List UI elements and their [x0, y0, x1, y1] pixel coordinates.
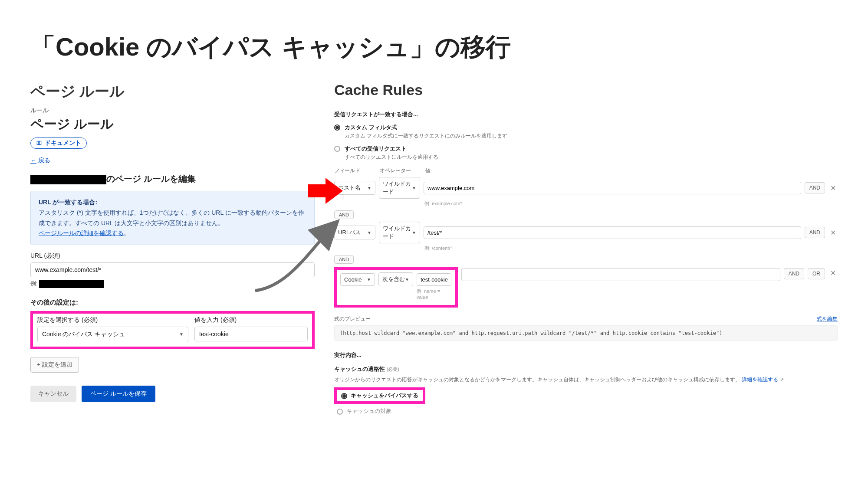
external-link-icon: ↗ [780, 377, 784, 382]
value-input-label: 値を入力 (必須) [194, 316, 308, 324]
or-button-row3[interactable]: OR [808, 268, 825, 279]
migration-arrow-icon [308, 178, 343, 204]
right-column-heading: Cache Rules [334, 82, 838, 98]
filter-header-row: フィールド オペレーター 値 [334, 167, 838, 174]
remove-row-1[interactable]: ✕ [829, 184, 838, 192]
cache-eligible-label: キャッシュの対象 [346, 407, 391, 415]
radio-cache-eligible[interactable]: キャッシュの対象 [337, 407, 838, 415]
cookie-row-highlight: Cookie▼ 次を含む▼ 例: name = value [334, 267, 458, 308]
value-input[interactable] [194, 327, 308, 341]
after-settings-heading: その後の設定は: [30, 298, 315, 307]
book-icon [36, 140, 42, 146]
radio-all-requests[interactable]: すべての受信リクエスト すべてのリクエストにルールを適用する [334, 145, 838, 161]
svg-marker-0 [308, 178, 343, 204]
value-input-cookie[interactable] [417, 273, 451, 286]
info-title: URL が一致する場合: [39, 197, 306, 208]
expression-code: (http.host wildcard "www.example.com" an… [334, 325, 838, 341]
operator-select-contains[interactable]: 次を含む▼ [378, 272, 413, 286]
redacted-example [39, 280, 104, 288]
chevron-down-icon: ▼ [179, 332, 184, 337]
cache-eligibility-heading: キャッシュの適格性 (必要) [334, 365, 838, 373]
filter-row-uri: URI パス▼ ワイルドカード▼ AND ✕ [334, 222, 838, 243]
arrow-left-icon: ← [30, 157, 36, 164]
and-button-row2[interactable]: AND [805, 227, 825, 238]
select-setting-dropdown[interactable]: Cookie のバイパス キャッシュ ▼ [37, 327, 188, 342]
page-rules-title: ページ ルール [30, 115, 315, 133]
breadcrumb-rules: ルール [30, 107, 315, 115]
chevron-down-icon: ▼ [412, 186, 416, 190]
edit-page-rule-heading: のページ ルールを編集 [30, 173, 315, 185]
info-period: 。 [124, 229, 130, 236]
chevron-down-icon: ▼ [412, 230, 416, 235]
slide-title: 「Cookie のバイパス キャッシュ」の移行 [30, 30, 838, 64]
bypass-option-highlight: キャッシュをバイパスする [334, 387, 425, 404]
and-button-row3[interactable]: AND [784, 268, 804, 279]
add-setting-button[interactable]: + 設定を追加 [30, 357, 79, 373]
back-label: 戻る [38, 157, 50, 164]
save-button[interactable]: ページ ルールを保存 [82, 386, 155, 402]
example-label: 例: [30, 280, 38, 287]
elig-head-text: キャッシュの適格性 [334, 366, 385, 372]
remove-row-3[interactable]: ✕ [829, 269, 838, 277]
radio-all-desc: すべてのリクエストにルールを適用する [345, 154, 438, 161]
elig-learn-more-link[interactable]: 詳細を確認する [742, 377, 778, 383]
left-column-heading: ページ ルール [30, 82, 315, 102]
expression-preview-label: 式のプレビュー [334, 315, 371, 323]
execution-heading: 実行内容... [334, 351, 838, 359]
header-value: 値 [425, 167, 838, 174]
cancel-button[interactable]: キャンセル [30, 386, 76, 402]
radio-icon-checked [341, 393, 347, 399]
setting-highlight-box: 設定を選択する (必須) Cookie のバイパス キャッシュ ▼ 値を入力 (… [30, 311, 315, 349]
value-input-uri[interactable] [424, 226, 801, 239]
remove-row-2[interactable]: ✕ [829, 229, 838, 237]
value-input-cookie-extra[interactable] [461, 268, 780, 281]
select-setting-value: Cookie のバイパス キャッシュ [42, 331, 125, 338]
radio-all-label: すべての受信リクエスト [345, 145, 438, 153]
edit-heading-suffix: のページ ルールを編集 [106, 174, 196, 183]
filter-row-host: ホスト名▼ ワイルドカード▼ AND ✕ [334, 177, 838, 199]
radio-icon-empty [337, 409, 343, 415]
radio-custom-label: カスタム フィルタ式 [345, 124, 507, 131]
back-link[interactable]: ← 戻る [30, 157, 50, 164]
value-input-host[interactable] [424, 182, 801, 194]
chevron-down-icon: ▼ [405, 277, 409, 282]
documentation-pill[interactable]: ドキュメント [30, 138, 87, 149]
chevron-down-icon: ▼ [367, 186, 372, 190]
chevron-down-icon: ▼ [367, 230, 372, 235]
incoming-request-heading: 受信リクエストが一致する場合... [334, 111, 838, 118]
operator-select-wildcard-2[interactable]: ワイルドカード▼ [379, 222, 420, 243]
radio-custom-filter[interactable]: カスタム フィルタ式 カスタム フィルタ式に一致するリクエストにのみルールを適用… [334, 124, 838, 140]
radio-custom-desc: カスタム フィルタ式に一致するリクエストにのみルールを適用します [345, 132, 507, 140]
example-host: 例: example.com* [424, 200, 838, 207]
header-operator: オペレーター [380, 167, 421, 174]
example-uri: 例: /content/* [424, 245, 838, 252]
redacted-domain [30, 175, 106, 184]
chevron-down-icon: ▼ [367, 277, 371, 282]
select-setting-label: 設定を選択する (必須) [37, 316, 188, 324]
required-badge: (必要) [387, 367, 399, 372]
linking-arrow-icon [251, 213, 346, 299]
cache-eligibility-desc: オリジンからのリクエストの応答がキャッシュの対象となるかどうかをマークします。キ… [334, 376, 838, 384]
cache-rules-panel: Cache Rules 受信リクエストが一致する場合... カスタム フィルタ式… [334, 82, 838, 415]
and-button-row1[interactable]: AND [805, 182, 825, 193]
documentation-label: ドキュメント [45, 139, 81, 147]
radio-icon-empty [334, 146, 340, 152]
radio-icon-checked [334, 124, 340, 131]
bypass-label: キャッシュをバイパスする [351, 392, 418, 400]
example-cookie: 例: name = value [417, 288, 452, 300]
radio-bypass-cache[interactable]: キャッシュをバイパスする [341, 392, 418, 400]
elig-desc-text: オリジンからのリクエストの応答がキャッシュの対象となるかどうかをマークします。キ… [334, 377, 740, 383]
info-learn-more-link[interactable]: ページルールの詳細を確認する [39, 229, 124, 236]
edit-expression-link[interactable]: 式を編集 [817, 315, 838, 323]
header-field: フィールド [334, 167, 375, 174]
filter-row-cookie: Cookie▼ 次を含む▼ [340, 272, 452, 286]
operator-select-wildcard-1[interactable]: ワイルドカード▼ [379, 177, 420, 199]
